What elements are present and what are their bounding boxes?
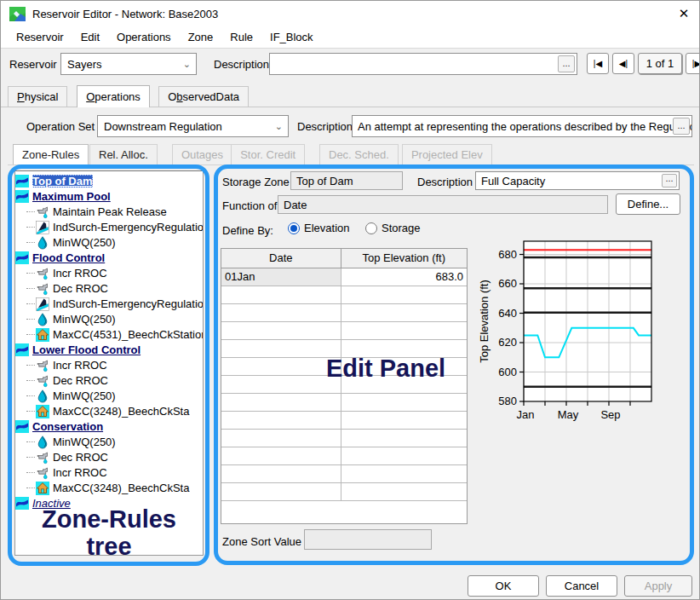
- faucet-icon: [36, 374, 49, 387]
- empty-cell[interactable]: [221, 429, 341, 447]
- storage-radio[interactable]: Storage: [365, 222, 421, 234]
- tree-rule-maxcc-4531-beechckstation[interactable]: MaxCC(4531)_BeechCkStation: [15, 326, 203, 342]
- empty-cell[interactable]: [341, 321, 467, 339]
- operation-set-combo[interactable]: Downstream Regulation ⌄: [97, 115, 289, 137]
- tree-zone-lower-flood-control[interactable]: Lower Flood Control: [15, 342, 203, 357]
- tree-zone-conservation[interactable]: Conservation: [15, 418, 203, 434]
- operation-set-description-field[interactable]: An attempt at representing the operation…: [352, 115, 692, 137]
- empty-cell[interactable]: [221, 464, 341, 482]
- operation-set-label: Operation Set: [26, 120, 95, 133]
- next-record-button[interactable]: |▶: [686, 53, 700, 74]
- table-row-empty[interactable]: [221, 393, 467, 411]
- tab-physical[interactable]: Physical: [8, 86, 67, 107]
- drop-icon: [36, 389, 49, 402]
- ok-button[interactable]: OK: [468, 575, 539, 597]
- table-row-empty[interactable]: [221, 429, 467, 447]
- table-row-empty[interactable]: [221, 321, 467, 339]
- zone-elevation-table[interactable]: DateTop Elevation (ft)01Jan683.0: [221, 248, 468, 524]
- tree-rule-incr-rroc[interactable]: Incr RROC: [15, 265, 203, 280]
- table-row-empty[interactable]: [221, 447, 467, 464]
- reservoir-combo[interactable]: Sayers ⌄: [60, 53, 197, 75]
- menu-rule[interactable]: Rule: [221, 28, 261, 46]
- empty-cell[interactable]: [221, 482, 341, 500]
- subtab-rel-alloc-[interactable]: Rel. Alloc.: [89, 144, 158, 164]
- tree-zone-top-of-dam[interactable]: Top of Dam: [15, 173, 203, 188]
- tree-rule-dec-rroc[interactable]: Dec RROC: [15, 372, 203, 388]
- table-row-empty[interactable]: [221, 375, 467, 393]
- tree-rule-incr-rroc[interactable]: Incr RROC: [15, 464, 203, 480]
- empty-cell[interactable]: [341, 411, 467, 429]
- empty-cell[interactable]: [341, 447, 467, 464]
- tree-rule-indsurch-emergencyregulation[interactable]: IndSurch-EmergencyRegulation: [15, 296, 203, 311]
- table-row-empty[interactable]: [221, 339, 467, 357]
- empty-cell[interactable]: [221, 411, 341, 429]
- elevation-radio[interactable]: Elevation: [288, 222, 349, 234]
- close-icon[interactable]: ✕: [672, 3, 696, 25]
- zone-description-ellipsis-button[interactable]: ...: [662, 174, 677, 188]
- empty-cell[interactable]: [341, 393, 467, 411]
- tree-rule-minwq-250-[interactable]: MinWQ(250): [15, 311, 203, 326]
- tree-zone-inactive[interactable]: Inactive: [15, 495, 203, 511]
- operation-set-description-ellipsis-button[interactable]: ...: [673, 118, 690, 135]
- empty-cell[interactable]: [221, 303, 341, 321]
- cell-elevation[interactable]: 683.0: [341, 268, 467, 286]
- menu-edit[interactable]: Edit: [72, 28, 108, 46]
- tree-rule-maxcc-3248-beechcksta[interactable]: MaxCC(3248)_BeechCkSta: [15, 403, 203, 418]
- subtab-zone-rules[interactable]: Zone-Rules: [13, 144, 89, 164]
- zone-description-field[interactable]: Full Capacity ...: [475, 171, 680, 190]
- table-header-top-elevation-ft-[interactable]: Top Elevation (ft): [341, 249, 467, 268]
- menu-reservoir[interactable]: Reservoir: [8, 28, 72, 46]
- empty-cell[interactable]: [221, 447, 341, 464]
- menu-operations[interactable]: Operations: [108, 28, 180, 46]
- tab-observed-data[interactable]: Observed Data: [158, 86, 249, 107]
- empty-cell[interactable]: [341, 286, 467, 303]
- table-row[interactable]: 01Jan683.0: [221, 268, 467, 286]
- cell-date[interactable]: 01Jan: [221, 268, 341, 286]
- menu-zone[interactable]: Zone: [180, 28, 222, 46]
- table-row-empty[interactable]: [221, 286, 467, 303]
- empty-cell[interactable]: [341, 357, 467, 375]
- table-row-empty[interactable]: [221, 464, 467, 482]
- empty-cell[interactable]: [221, 375, 341, 393]
- subtab-outages: Outages: [172, 144, 232, 164]
- empty-cell[interactable]: [221, 393, 341, 411]
- empty-cell[interactable]: [341, 303, 467, 321]
- empty-cell[interactable]: [221, 321, 341, 339]
- empty-cell[interactable]: [341, 482, 467, 500]
- empty-cell[interactable]: [221, 339, 341, 357]
- cancel-button[interactable]: Cancel: [546, 575, 617, 597]
- tree-connector: [26, 472, 35, 473]
- tree-zone-maximum-pool[interactable]: Maximum Pool: [15, 188, 203, 204]
- tree-rule-indsurch-emergencyregulation[interactable]: IndSurch-EmergencyRegulation: [15, 219, 203, 234]
- table-row-empty[interactable]: [221, 357, 467, 375]
- table-row-empty[interactable]: [221, 482, 467, 500]
- table-row-empty[interactable]: [221, 411, 467, 429]
- tree-rule-dec-rroc[interactable]: Dec RROC: [15, 449, 203, 464]
- tree-rule-maintain-peak-release[interactable]: Maintain Peak Release: [15, 204, 203, 219]
- tree-connector: [26, 457, 35, 458]
- empty-cell[interactable]: [341, 339, 467, 357]
- tree-rule-maxcc-3248-beechcksta[interactable]: MaxCC(3248)_BeechCkSta: [15, 480, 203, 495]
- tree-rule-minwq-250-[interactable]: MinWQ(250): [15, 388, 203, 403]
- reservoir-description-field[interactable]: ...: [269, 53, 577, 75]
- empty-cell[interactable]: [221, 357, 341, 375]
- define-button[interactable]: Define...: [616, 193, 680, 215]
- menu-if-block[interactable]: IF_Block: [261, 28, 322, 46]
- tree-rule-dec-rroc[interactable]: Dec RROC: [15, 280, 203, 296]
- empty-cell[interactable]: [221, 286, 341, 303]
- svg-text:600: 600: [498, 366, 517, 378]
- drop-icon: [36, 313, 49, 326]
- empty-cell[interactable]: [341, 375, 467, 393]
- tab-operations[interactable]: Operations: [77, 85, 150, 107]
- tree-rule-incr-rroc[interactable]: Incr RROC: [15, 357, 203, 372]
- tree-rule-minwq-250-[interactable]: MinWQ(250): [15, 234, 203, 250]
- tree-zone-flood-control[interactable]: Flood Control: [15, 250, 203, 265]
- reservoir-description-ellipsis-button[interactable]: ...: [558, 55, 575, 72]
- first-record-button[interactable]: |◀: [587, 53, 609, 74]
- table-row-empty[interactable]: [221, 303, 467, 321]
- empty-cell[interactable]: [341, 464, 467, 482]
- tree-rule-minwq-250-[interactable]: MinWQ(250): [15, 434, 203, 449]
- prev-record-button[interactable]: ◀|: [612, 53, 634, 74]
- table-header-date[interactable]: Date: [221, 249, 341, 268]
- empty-cell[interactable]: [341, 429, 467, 447]
